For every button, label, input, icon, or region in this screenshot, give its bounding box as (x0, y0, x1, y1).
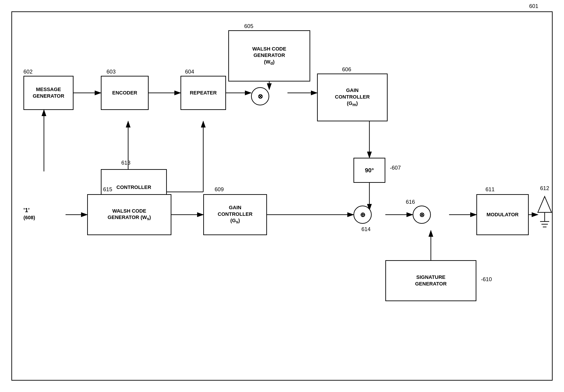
add-circle-bottom: ⊕ (354, 206, 372, 224)
signature-generator-block: SIGNATUREGENERATOR (385, 260, 476, 301)
diagram-container: 601 (11, 11, 553, 381)
ref-603: 603 (107, 69, 116, 75)
ref-609: 609 (215, 186, 224, 193)
ref-604: 604 (185, 69, 194, 75)
gain-controller-s-label: GAINCONTROLLER(Gs) (218, 204, 253, 225)
repeater-block: REPEATER (180, 76, 226, 110)
phase-90-label: 90° (365, 167, 374, 174)
svg-marker-21 (538, 196, 551, 212)
ref-605: 605 (244, 23, 253, 29)
gain-controller-m-block: GAINCONTROLLER(Gm) (317, 73, 388, 121)
walsh-code-gen-s-label: WALSH CODEGENERATOR (Ws) (108, 208, 151, 222)
gain-controller-s-block: GAINCONTROLLER(Gs) (203, 194, 267, 235)
ref-613: 613 (121, 160, 130, 166)
signature-generator-label: SIGNATUREGENERATOR (415, 274, 447, 287)
ref-602: 602 (23, 69, 33, 75)
ref-616: 616 (406, 199, 415, 205)
ref-614: 614 (361, 226, 371, 232)
walsh-code-gen-s-block: WALSH CODEGENERATOR (Ws) (87, 194, 171, 235)
encoder-label: ENCODER (112, 90, 137, 96)
walsh-code-gen-d-block: WALSH CODEGENERATOR(Wd) (228, 30, 310, 82)
input-one-label: '1'(608) (23, 207, 35, 221)
walsh-code-gen-d-label: WALSH CODEGENERATOR(Wd) (252, 46, 286, 66)
message-generator-block: MESSAGEGENERATOR (23, 76, 73, 110)
ref-607: -607 (390, 165, 401, 171)
phase-90-block: 90° (354, 158, 385, 183)
modulator-label: MODULATOR (487, 211, 519, 218)
repeater-label: REPEATER (190, 90, 217, 96)
ref-610: -610 (481, 276, 492, 282)
ref-601: 601 (529, 3, 538, 9)
encoder-block: ENCODER (101, 76, 149, 110)
controller-label: CONTROLLER (117, 184, 151, 191)
multiply-circle-top: ⊗ (251, 87, 269, 105)
gain-controller-m-label: GAINCONTROLLER(Gm) (335, 87, 370, 107)
modulator-block: MODULATOR (476, 194, 529, 235)
multiply-circle-bottom: ⊗ (413, 206, 431, 224)
antenna-symbol (536, 194, 554, 231)
ref-606: 606 (342, 66, 351, 73)
message-generator-label: MESSAGEGENERATOR (33, 86, 64, 99)
ref-615: 615 (103, 186, 112, 193)
ref-611: 611 (485, 186, 495, 193)
ref-612: 612 (540, 185, 549, 191)
